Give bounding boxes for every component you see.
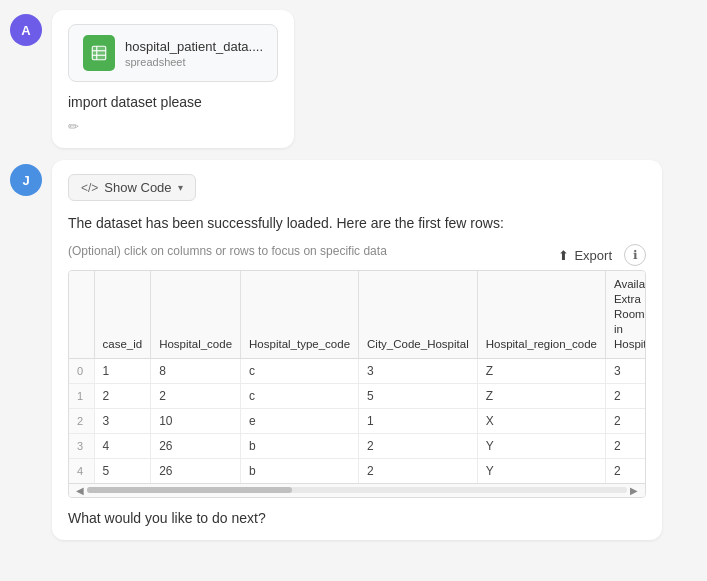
table-cell[interactable]: Y xyxy=(477,458,605,483)
edit-icon[interactable]: ✏ xyxy=(68,119,278,134)
data-table-wrapper: case_id Hospital_code Hospital_type_code… xyxy=(68,270,646,498)
table-row[interactable]: 122c5Z2radiothera xyxy=(69,383,645,408)
table-row[interactable]: 3426b2Y2radiothera xyxy=(69,433,645,458)
table-cell[interactable]: 2 xyxy=(605,458,645,483)
table-scroll-area[interactable]: case_id Hospital_code Hospital_type_code… xyxy=(69,271,645,483)
file-info: hospital_patient_data.... spreadsheet xyxy=(125,39,263,68)
show-code-label: Show Code xyxy=(104,180,171,195)
table-row[interactable]: 4526b2Y2radiothera xyxy=(69,458,645,483)
chevron-down-icon: ▾ xyxy=(178,182,183,193)
scroll-left-arrow[interactable]: ◀ xyxy=(73,485,87,496)
th-case-id[interactable]: case_id xyxy=(94,271,151,358)
code-brackets-icon: </> xyxy=(81,181,98,195)
user-bubble: hospital_patient_data.... spreadsheet im… xyxy=(52,10,294,148)
user-message-text: import dataset please xyxy=(68,92,278,113)
assistant-avatar: J xyxy=(10,164,42,196)
export-icon: ⬆ xyxy=(558,248,569,263)
table-cell[interactable]: 2 xyxy=(151,383,241,408)
table-row[interactable]: 018c3Z3radiothera xyxy=(69,358,645,383)
table-cell[interactable]: 8 xyxy=(151,358,241,383)
user-avatar: A xyxy=(10,14,42,46)
table-cell[interactable]: 1 xyxy=(359,408,478,433)
dataset-loaded-text: The dataset has been successfully loaded… xyxy=(68,213,646,234)
svg-rect-0 xyxy=(92,46,106,60)
table-cell[interactable]: 10 xyxy=(151,408,241,433)
toolbar-right: ⬆ Export ℹ xyxy=(552,244,646,266)
table-cell[interactable]: 26 xyxy=(151,433,241,458)
table-header-row: case_id Hospital_code Hospital_type_code… xyxy=(69,271,645,358)
what-next-text: What would you like to do next? xyxy=(68,510,646,526)
table-cell[interactable]: b xyxy=(241,433,359,458)
table-cell[interactable]: Z xyxy=(477,358,605,383)
file-name: hospital_patient_data.... xyxy=(125,39,263,54)
table-cell[interactable]: 3 xyxy=(94,408,151,433)
th-hospital-code[interactable]: Hospital_code xyxy=(151,271,241,358)
table-toolbar: (Optional) click on columns or rows to f… xyxy=(68,244,646,266)
spreadsheet-icon xyxy=(83,35,115,71)
row-index-cell[interactable]: 1 xyxy=(69,383,94,408)
export-label: Export xyxy=(574,248,612,263)
table-cell[interactable]: b xyxy=(241,458,359,483)
table-cell[interactable]: 5 xyxy=(359,383,478,408)
table-cell[interactable]: c xyxy=(241,383,359,408)
chat-container: A hospital_patient_data.... spreadsheet xyxy=(0,10,707,540)
table-row[interactable]: 2310e1X2anesthesi. xyxy=(69,408,645,433)
show-code-button[interactable]: </> Show Code ▾ xyxy=(68,174,196,201)
table-hint: (Optional) click on columns or rows to f… xyxy=(68,244,387,258)
table-cell[interactable]: X xyxy=(477,408,605,433)
assistant-bubble: </> Show Code ▾ The dataset has been suc… xyxy=(52,160,662,540)
row-index-cell[interactable]: 4 xyxy=(69,458,94,483)
table-cell[interactable]: 2 xyxy=(605,408,645,433)
table-cell[interactable]: 2 xyxy=(359,458,478,483)
table-cell[interactable]: 2 xyxy=(605,433,645,458)
table-cell[interactable]: 4 xyxy=(94,433,151,458)
table-cell[interactable]: c xyxy=(241,358,359,383)
table-cell[interactable]: 5 xyxy=(94,458,151,483)
file-attachment[interactable]: hospital_patient_data.... spreadsheet xyxy=(68,24,278,82)
th-hospital-region-code[interactable]: Hospital_region_code xyxy=(477,271,605,358)
table-cell[interactable]: Y xyxy=(477,433,605,458)
user-message-row: A hospital_patient_data.... spreadsheet xyxy=(10,10,697,148)
table-cell[interactable]: Z xyxy=(477,383,605,408)
table-cell[interactable]: e xyxy=(241,408,359,433)
th-row-index xyxy=(69,271,94,358)
row-index-cell[interactable]: 2 xyxy=(69,408,94,433)
table-cell[interactable]: 1 xyxy=(94,358,151,383)
table-cell[interactable]: 2 xyxy=(94,383,151,408)
table-body: 018c3Z3radiothera122c5Z2radiothera2310e1… xyxy=(69,358,645,483)
data-table: case_id Hospital_code Hospital_type_code… xyxy=(69,271,645,483)
h-scrollbar-thumb xyxy=(87,487,292,493)
table-cell[interactable]: 2 xyxy=(605,383,645,408)
th-city-code-hospital[interactable]: City_Code_Hospital xyxy=(359,271,478,358)
row-index-cell[interactable]: 3 xyxy=(69,433,94,458)
th-hospital-type-code[interactable]: Hospital_type_code xyxy=(241,271,359,358)
th-available-extra-rooms[interactable]: Available Extra Rooms in Hospital xyxy=(605,271,645,358)
row-index-cell[interactable]: 0 xyxy=(69,358,94,383)
info-button[interactable]: ℹ xyxy=(624,244,646,266)
scroll-right-arrow[interactable]: ▶ xyxy=(627,485,641,496)
h-scrollbar[interactable]: ◀ ▶ xyxy=(69,483,645,497)
export-button[interactable]: ⬆ Export xyxy=(552,245,618,266)
table-cell[interactable]: 3 xyxy=(605,358,645,383)
table-cell[interactable]: 26 xyxy=(151,458,241,483)
assistant-message-row: J </> Show Code ▾ The dataset has been s… xyxy=(10,160,697,540)
table-cell[interactable]: 3 xyxy=(359,358,478,383)
file-type: spreadsheet xyxy=(125,56,263,68)
table-cell[interactable]: 2 xyxy=(359,433,478,458)
h-scrollbar-track[interactable] xyxy=(87,487,627,493)
